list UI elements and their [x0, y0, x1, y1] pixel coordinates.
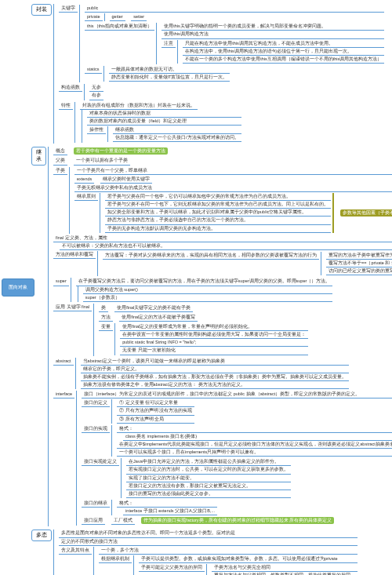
ifi-fmt: 格式： — [117, 425, 392, 433]
rules-side: 参数等其他因素（子类不能继承父类中带Private的成员变量和方法） — [340, 209, 392, 217]
ifi-b: 一个类可以实现多个接口，且在implements只持声明个类可以兼有。 — [117, 449, 392, 457]
ifx-fmt: 格式： — [117, 500, 217, 508]
if-def: 接口的定义 — [82, 399, 110, 407]
ab1: 当abstract定义一个类时，该类只可能做一来继承的即是被称为抽象类 — [81, 358, 349, 366]
poly-topic: 多态 — [31, 530, 52, 541]
abstract: abstract — [53, 358, 74, 366]
arg: 有参 — [89, 92, 103, 100]
ife-d: 若接口定义的方法没有参数，那接口定义被重写无法定义。 — [126, 482, 291, 490]
poly-n1: 定义的不同形式的接口方法 — [59, 538, 358, 546]
poly-def: 多态性是面向对象的不同对象的多态性达不同。即同一个方法返多个类型。应对的是 — [59, 530, 358, 537]
ife-b: 若实现接口定义的方法时，公共类，可以在定义时的所定义获取更多的参数。 — [126, 466, 291, 474]
override: 方法的继承和覆写 — [53, 251, 96, 259]
rc: 如父类全部变量和方法，子类可以继承，如此才识别和对象属于父类中的public空格… — [105, 209, 331, 217]
statics: statics — [85, 66, 102, 74]
concept: 概念 — [53, 147, 67, 155]
fk-c4: 无变量 只能一次被初始化 — [120, 347, 308, 355]
getter: getter — [110, 13, 125, 21]
su2: super（参数表） — [83, 294, 333, 302]
ifi-a: 在类定义中$implements代表此类能实现接口，但是只定义必须给接口方法体的… — [117, 441, 392, 449]
fk-a: 类 — [99, 304, 108, 312]
re: 子类的无参构造方法默认调用父类的无参构造方法。 — [105, 225, 331, 233]
pmb2: 子类可能定义父类方法的异同 — [139, 564, 205, 572]
fk-c: 变量 — [99, 323, 113, 331]
ab3: 抽象类不能实例，必须有子类继承，如有抽象方法，那架方法必须在子类（非抽象类）类中… — [81, 373, 349, 381]
public: public — [85, 5, 384, 13]
if-factory-l: 工厂模式 — [111, 517, 135, 525]
ife-c: 实现了接口定义的方法不能变。 — [126, 475, 291, 482]
if-intro: 接口（interface）为常定义的表述可的项规的部件，接口中的方法都定义 pu… — [82, 391, 392, 398]
concept-hl: 若干类中有一个重要的是一个类的变量方法 — [74, 147, 168, 155]
fa: 对象本身的状态保持时的数据 — [87, 110, 241, 118]
ra: 若子类与父类在同一个包中，它仍可以继承如包中父类的常规方法作为自己的成员方法。 — [105, 193, 331, 201]
pm-b: 根据继承机制 — [99, 555, 132, 563]
fc: 操作性 — [87, 126, 106, 134]
fk-c2: 在类中设置一个常变量的属性时使用到构建必须使用大写，如果要访问一个全局变量是： — [120, 331, 308, 339]
feature: 特性 — [59, 102, 73, 110]
su-text: 在子类覆写父类方法后，要访问父类被覆写的方法，用在子类的方法须关键字super调… — [76, 278, 333, 286]
extends: extends — [74, 176, 94, 184]
if-ext-impl: 接口实现处定义 — [82, 458, 119, 466]
parent: 父类 — [53, 157, 67, 165]
this: this（this指向或对象更加清晰） — [85, 23, 154, 31]
ch-n1: 一个子类只有一个父类，即单继承 — [74, 167, 392, 175]
st-n1: 一般跟具体对象的数据无可访。 — [109, 66, 230, 74]
setter: setter — [131, 13, 147, 21]
tn-c: 不能在一个类的多个构造方法中使用this互相调用（编译错误一个不用的this调用… — [183, 56, 384, 64]
pmbi-a: 子类方法名与父类完全相同 — [212, 564, 358, 572]
ab2: 继承它的子类，即只定义。 — [81, 366, 349, 373]
mindmap: 封装 关键字 public private getter setter this… — [31, 2, 390, 575]
ctor: 构造函数 — [59, 84, 82, 92]
fk-c3: public static final String INFO = "hello… — [120, 339, 308, 347]
ifx-code: interface 子接口 extends 父接口A,父接口B,... — [123, 508, 217, 515]
ov-text: 方法覆写：子类对从父类继承来的方法，实现的具有相同方法名，相同参数的父类该被覆写… — [103, 252, 319, 260]
if-impl: 接口的实现 — [82, 425, 110, 433]
rules: 继承原则 — [74, 193, 98, 201]
this-n1: 使用this关键字明确的指明一个类的成员变量，解决与局部变量命名冲突问题。 — [162, 23, 384, 31]
pmbi-b: 重复与方法名与父类相同，然数类型不相同，视为此类重复的异同。 — [212, 572, 358, 575]
fk-b: 方法 — [99, 314, 113, 322]
super: super — [53, 278, 69, 286]
if-factory-hl: 作为抽象的接口实现factory类，所有创建的类对象的过程细节隐藏起来 所有类的… — [141, 517, 334, 524]
kw: 关键字 — [59, 5, 78, 13]
ife-e: 接口的重写的方法必须由此类定义@参。 — [126, 490, 291, 498]
st-n2: 静态变量初始化时，变量做IT置顶位置，且只是行一次。 — [109, 74, 230, 82]
encaps-topic: 封装 — [31, 4, 52, 16]
fc1: 继承函数 — [113, 126, 241, 134]
fk-at: 使用final关键字定义的类不能有子类 — [114, 304, 193, 312]
ov-b: 访问的已经定义重写的类的重写方法 super.方法名(); — [326, 267, 392, 275]
interface: interface — [53, 391, 74, 398]
poly-meaning: 含义及其特点 — [59, 547, 92, 555]
this-n2: 使用this调用构造方法 — [162, 31, 384, 38]
inherit-topic: 继承 — [31, 147, 46, 166]
final-kw: 应用 关键字 final — [53, 304, 92, 311]
root-node: 面向对象 — [2, 278, 34, 297]
ov-side: 重写的方法在子类中被重写作为实现类的对象命令，不能带有重新的对象知同类型 — [326, 252, 392, 260]
ife-a: 在Java中接口允许定义的方法，方法和属性都是公共抽象定义的部件分。 — [126, 458, 291, 466]
rb: 若子类与父类不在同一个包下，它则无权继承如父类的常规方法作为自己的成员方法。同上… — [105, 201, 331, 209]
noarg: 无参 — [89, 84, 103, 92]
ext-n1: 继承父类时使用关键字 — [100, 176, 152, 184]
private: private — [85, 13, 103, 21]
pm-a: 一个类，多个方法 — [99, 547, 358, 555]
if-factory: 接口应用 — [82, 517, 105, 525]
ifd-a: ① 定义变量 但可以定义常量 — [117, 399, 194, 407]
final-note: final 定义类、方法，属性 — [53, 235, 392, 242]
if-extend: 接口的继承 — [82, 500, 110, 508]
fc2: 信息隐藏：通常定义一个公共接口/方法实现对对象的访问。 — [113, 134, 241, 142]
ifd-c: ③ 所有方法声明 全局 — [117, 416, 194, 424]
this-notes: 注意 — [162, 40, 176, 48]
ov-a: 覆写方法不等于==（private 和 >public） — [326, 260, 392, 267]
tn-b: 在构造方法中，使用this调用构造方法的语句必须位于第一行，且只能出现一次。 — [183, 48, 384, 56]
ch-n2: 子类无权继承父类中私有的成员方法 — [74, 184, 392, 192]
child: 子类 — [53, 167, 67, 175]
ifd-b: ② 只有方法的声明 没有方法的实现 — [117, 407, 194, 415]
fb: 类的数据对象内的成员变量（field）和定义处理 — [87, 118, 241, 126]
su1: 调用父类构造方法 super() — [83, 286, 333, 294]
ab4: 抽象方法设有修饰类体之中，使用abstract定义的方法： 类方法无方法的定义。 — [81, 381, 349, 389]
parent-t: 一个类可以拥有多个子类 — [74, 157, 130, 165]
ifi-code: class 类名 implements 接口名{类体} — [123, 433, 392, 441]
pmb1: 子类可以提供类型。参数，或抽象实现如对象类型等。参数，多态。可以使用必须通过为p… — [139, 555, 358, 563]
fk-c1: 使用final定义的变量即成为常量，常量在声明的时必须初始化。 — [120, 323, 308, 331]
cant-inherit: 不可以被继承：父类的私有方法也不可以被继承。 — [60, 242, 392, 250]
